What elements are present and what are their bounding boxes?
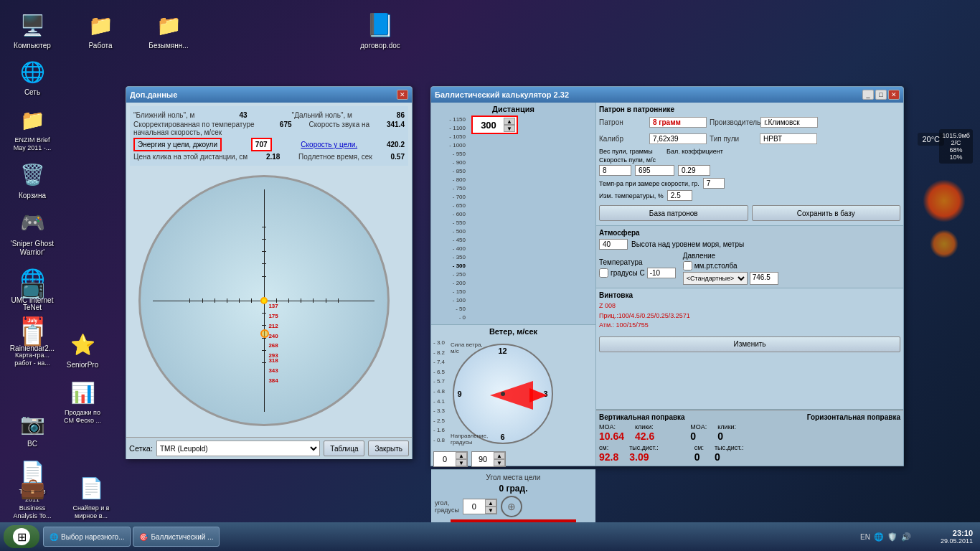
stat-value-2b: 341.4 (387, 121, 405, 136)
vert-cm-col: см: 92.8 (599, 444, 618, 463)
reticle-center (260, 297, 268, 304)
reticle-num-175: 175 (268, 313, 278, 319)
atm-pressure-col: Давление мм.рт.столба <Стандартные> 746.… (683, 252, 778, 285)
desktop-icon-karta[interactable]: 📋 Карта-гра...работ - на... (7, 321, 57, 367)
caliber-label: Калибр (599, 135, 649, 143)
reticle-num-384: 384 (268, 377, 278, 384)
ballistic-close-btn[interactable]: ✕ (888, 90, 900, 100)
weather-temp: 20°С (922, 135, 940, 143)
desktop-icon-bc[interactable]: 📷 BC (7, 409, 57, 448)
reticle-num-212: 212 (268, 323, 278, 329)
patron-values-row: 8 695 0.29 (599, 165, 900, 176)
volume-icon[interactable]: 🔊 (900, 531, 912, 542)
scope-select[interactable]: TMR (Leupold) (156, 441, 320, 456)
antivirus-icon[interactable]: 🛡️ (887, 531, 898, 542)
lang-indicator[interactable]: EN (859, 531, 871, 542)
speed-value[interactable]: 695 (635, 165, 674, 176)
pressure-mm-checkbox[interactable] (683, 261, 692, 270)
alt-temp-value[interactable]: 2.5 (667, 190, 692, 201)
ballistic-max-btn[interactable]: □ (875, 90, 887, 100)
distance-input-box[interactable]: ▲ ▼ (471, 116, 518, 134)
scope-view: 137 175 212 240 268 293 318 343 384 (131, 168, 407, 433)
angle-input[interactable] (463, 502, 485, 511)
wind-up-btn[interactable]: ▲ (456, 452, 467, 459)
desktop-icon-prodazhi[interactable]: 📊 Продажи поСМ Феско ... (57, 378, 108, 425)
wind-down-btn[interactable]: ▼ (456, 459, 467, 466)
wind-dir-down-btn[interactable]: ▼ (494, 459, 505, 466)
temp-value[interactable]: 7 (703, 178, 725, 189)
stat-value-4: 2.18 (266, 153, 280, 161)
reticle-num-268: 268 (268, 342, 278, 349)
pressure-label: Давление (683, 252, 778, 260)
vert-dist-col: тыс.дист.: 3.09 (629, 444, 659, 463)
tick-h2 (202, 298, 203, 303)
wind-speed-input[interactable] (434, 455, 456, 463)
stat-row-3: Энергия у цели, джоули 707 Скорость у це… (133, 138, 405, 151)
altitude-label: Высота над уровнем моря, метры (631, 240, 744, 248)
distance-down-btn[interactable]: ▼ (504, 125, 515, 132)
patron-row-caliber: Калибр 7,62х39 (599, 133, 707, 144)
weight-value[interactable]: 8 (599, 165, 631, 176)
table-button[interactable]: Таблица (324, 441, 364, 456)
tick-v1 (262, 227, 266, 227)
speed-link[interactable]: Скорость у цели, (301, 141, 357, 149)
tenet-label: TeNet (23, 303, 42, 312)
distance-scale: - 1150 - 1100 - 1050 - 1000 - 950 - 900 … (433, 116, 466, 322)
taskbar-ballistic-btn[interactable]: 🎯 Баллистический ... (133, 527, 220, 547)
ballistic-right-panel: Патрон в патроннике Патрон 8 грамм Произ… (596, 103, 903, 466)
pressure-preset-select[interactable]: <Стандартные> (683, 272, 748, 285)
desktop-icon-senior[interactable]: ⭐ SeniorPro (57, 330, 108, 369)
ballistic-min-btn[interactable]: _ (862, 90, 874, 100)
bal-value[interactable]: 0.29 (678, 165, 710, 176)
desktop-icon-rabota[interactable]: 📁 Работа (75, 11, 126, 50)
desktop-icon-computer[interactable]: 🖥️ Компьютер (7, 11, 57, 50)
desktop-icon-snayper[interactable]: 📄 Снайпер и вмирное в... (66, 474, 116, 520)
lang-text: EN (860, 533, 870, 541)
vintovka-name: Z 008 (599, 301, 900, 311)
set-label: Сеть (24, 88, 40, 97)
desktop-icon-dogovor[interactable]: 📘 договор.doc (355, 11, 405, 50)
v-moa-value: 10.64 (599, 430, 624, 442)
desktop-icon-sniper[interactable]: 🎮 'Sniper Ghost Warrior' (7, 209, 57, 257)
distance-up-btn[interactable]: ▲ (504, 118, 515, 125)
angle-section-title: Угол места цели (435, 474, 592, 481)
clock: 23:10 29.05.2011 (915, 529, 973, 545)
angle-down-btn[interactable]: ▼ (485, 507, 496, 514)
wind-speed-input-box: ▲ ▼ (433, 451, 468, 467)
distance-input[interactable] (473, 120, 504, 131)
network-tray-icon[interactable]: 🌐 (873, 531, 885, 542)
patron-db-btn[interactable]: База патронов (599, 205, 748, 221)
horiz-clicks-col: клики: 0 (717, 423, 736, 442)
save-patron-btn[interactable]: Сохранить в базу (752, 205, 901, 221)
vert-clicks-col: клики: 42.6 (635, 423, 654, 442)
patron-btns: База патронов Сохранить в базу (599, 204, 900, 222)
desktop-icon-bezymyan[interactable]: 📁 Безымянн... (143, 11, 194, 50)
wind-dir-input[interactable] (472, 455, 494, 463)
desktop-icon-business[interactable]: 💼 BusinessAnalysis To... (7, 474, 57, 520)
dop-close-btn[interactable]: ✕ (397, 90, 408, 100)
reticle-num-318: 318 (268, 357, 278, 364)
angle-input-row: угол,градусы ▲ ▼ ⊕ (435, 496, 592, 517)
altitude-value[interactable]: 40 (599, 239, 628, 250)
taskbar-ie-btn[interactable]: 🌐 Выбор нарезного... (43, 527, 131, 547)
start-button[interactable]: ⊞ (4, 525, 39, 548)
ballistic-window: Баллистический калькулятор 2.32 _ □ ✕ Ди… (430, 86, 904, 466)
close-button[interactable]: Закрыть (368, 441, 409, 456)
pressure-value[interactable]: 746.5 (750, 272, 778, 285)
temp-atm-value[interactable]: -10 (647, 268, 676, 278)
tick-h12 (338, 298, 339, 303)
angle-up-btn[interactable]: ▲ (485, 499, 496, 507)
desktop-icon-tenet[interactable]: 📺 TeNet (7, 273, 57, 312)
bullettype-value: НРВТ (760, 133, 817, 144)
patron-wt-row: Вес пули, граммы Скорость пули, м/с Бал.… (599, 148, 900, 164)
computer-label: Компьютер (14, 42, 51, 50)
desktop-icon-set[interactable]: 🌐 Сеть (7, 57, 57, 97)
h-cm-value: 0 (694, 451, 704, 463)
ballistic-taskbar-label: Баллистический ... (151, 533, 213, 541)
desktop-icon-korzina[interactable]: 🗑️ Корзина (7, 161, 57, 200)
wind-dir-up-btn[interactable]: ▲ (494, 452, 505, 459)
change-vintovka-btn[interactable]: Изменить (599, 336, 900, 352)
horiz-moa-col: MOA: 0 (690, 423, 707, 442)
temp-celsius-checkbox[interactable] (599, 268, 608, 278)
desktop-icon-enzim[interactable]: 📁 ENZIM BriefMay 2011 -... (7, 105, 57, 152)
